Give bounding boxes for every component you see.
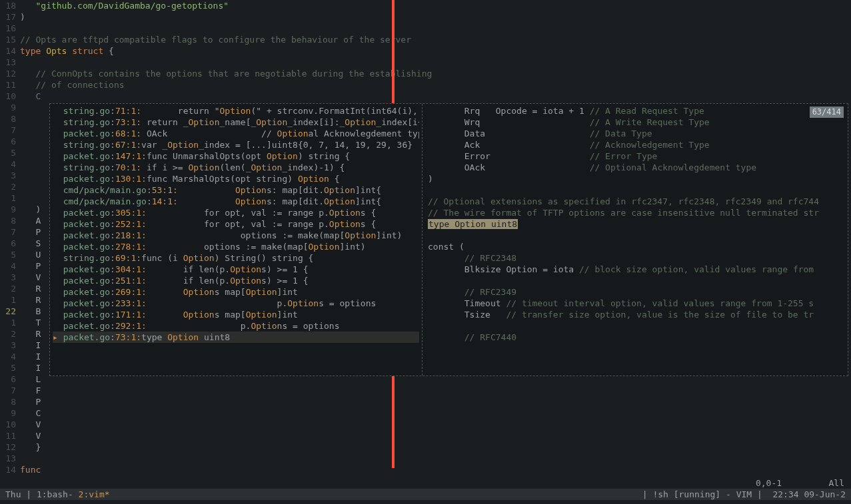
preview-line: const ( bbox=[428, 241, 842, 252]
line-number: 9 bbox=[0, 102, 20, 113]
rg-result-row[interactable]: packet.go:171:1: Options map[Option]int bbox=[53, 309, 419, 320]
code-line[interactable]: P bbox=[20, 396, 851, 407]
code-line[interactable] bbox=[20, 453, 851, 464]
line-number: 22 bbox=[0, 306, 20, 317]
status-right: 0,0-1 All bbox=[756, 477, 844, 489]
rg-result-row[interactable]: string.go:67:1:var _Option_index = [...]… bbox=[53, 139, 419, 150]
rg-result-row[interactable]: string.go:71:1: return "Option(" + strco… bbox=[53, 105, 419, 117]
preview-line bbox=[428, 275, 842, 286]
preview-line: // The wire format of TFTP options are c… bbox=[428, 207, 842, 218]
line-number: 5 bbox=[0, 249, 20, 260]
code-line[interactable]: C bbox=[20, 407, 851, 419]
line-number: 16 bbox=[0, 23, 20, 34]
line-number: 15 bbox=[0, 34, 20, 45]
rg-result-row[interactable]: packet.go:147:1:func UnmarshalOpts(opt O… bbox=[53, 150, 419, 162]
line-number: 13 bbox=[0, 57, 20, 68]
rg-result-row[interactable]: packet.go:305:1: for opt, val := range p… bbox=[53, 207, 419, 218]
color-column-ruler bbox=[392, 376, 395, 468]
line-number: 7 bbox=[0, 125, 20, 136]
rg-result-row[interactable]: packet.go:218:1: options := make(map[Opt… bbox=[53, 230, 419, 241]
vim-status-line: 0,0-1 All bbox=[0, 477, 851, 489]
code-line[interactable]: type Opts struct { bbox=[20, 45, 851, 57]
tmux-status-bar[interactable]: Thu | 1:bash- 2:vim* | !sh [running] - V… bbox=[0, 489, 851, 500]
line-number: 12 bbox=[0, 441, 20, 453]
line-number: 4 bbox=[0, 158, 20, 170]
preview-line: ) bbox=[428, 173, 842, 184]
color-column-ruler bbox=[392, 0, 395, 104]
line-number: 7 bbox=[0, 385, 20, 396]
code-line[interactable]: V bbox=[20, 419, 851, 430]
rg-results-pane[interactable]: string.go:71:1: return "Option(" + strco… bbox=[50, 104, 422, 376]
preview-line: // Optional extensions as specified in r… bbox=[428, 196, 842, 207]
preview-line: Data // Data Type bbox=[428, 128, 842, 139]
rg-result-row[interactable]: string.go:70:1: if i >= Option(len(_Opti… bbox=[53, 162, 419, 173]
fzf-rg-popup[interactable]: string.go:71:1: return "Option(" + strco… bbox=[49, 103, 848, 376]
rg-result-row[interactable]: string.go:69:1:func (i Option) String() … bbox=[53, 252, 419, 264]
line-number: 18 bbox=[0, 0, 20, 11]
preview-line-counter: 63/414 bbox=[810, 107, 844, 118]
preview-line: Error // Error Type bbox=[428, 150, 842, 162]
line-number: 4 bbox=[0, 351, 20, 362]
preview-line: // RFC2348 bbox=[428, 252, 842, 264]
line-number: 1 bbox=[0, 294, 20, 306]
rg-result-row[interactable]: packet.go:130:1:func MarshalOpts(opt str… bbox=[53, 173, 419, 184]
preview-line: // RFC7440 bbox=[428, 332, 842, 343]
rg-preview-pane[interactable]: 63/414 Rrq Opcode = iota + 1 // A Read R… bbox=[422, 104, 848, 376]
rg-prompt[interactable]: Rg> Option bbox=[53, 354, 419, 366]
code-line[interactable]: // ConnOpts contains the options that ar… bbox=[20, 68, 851, 79]
code-line[interactable]: } bbox=[20, 441, 851, 453]
rg-result-row[interactable]: string.go:73:1: return _Option_name[_Opt… bbox=[53, 117, 419, 128]
rg-result-row[interactable]: ▸ packet.go:73:1:type Option uint8 bbox=[53, 332, 419, 343]
preview-line: type Option uint8 bbox=[428, 218, 842, 230]
code-line[interactable] bbox=[20, 57, 851, 68]
preview-line: Rrq Opcode = iota + 1 // A Read Request … bbox=[428, 105, 842, 117]
rg-result-row[interactable]: cmd/pack/main.go:14:1: Options: map[dit.… bbox=[53, 196, 419, 207]
rg-result-row[interactable]: packet.go:251:1: if len(p.Options) >= 1 … bbox=[53, 275, 419, 286]
preview-line bbox=[428, 184, 842, 196]
line-number: 3 bbox=[0, 340, 20, 351]
rg-result-row[interactable]: packet.go:269:1: Options map[Option]int bbox=[53, 286, 419, 298]
line-number: 14 bbox=[0, 464, 20, 475]
code-line[interactable]: F bbox=[20, 385, 851, 396]
code-line[interactable]: // Opts are tftpd compatible flags to co… bbox=[20, 34, 851, 45]
line-number: 17 bbox=[0, 11, 20, 23]
line-number: 9 bbox=[0, 204, 20, 215]
code-line[interactable]: // of connections bbox=[20, 79, 851, 91]
line-number: 7 bbox=[0, 226, 20, 238]
line-number: 1 bbox=[0, 192, 20, 204]
line-number: 8 bbox=[0, 396, 20, 407]
line-number: 8 bbox=[0, 215, 20, 226]
rg-result-row[interactable]: packet.go:252:1: for opt, val := range p… bbox=[53, 218, 419, 230]
code-line[interactable] bbox=[20, 23, 851, 34]
line-number: 5 bbox=[0, 362, 20, 374]
tmux-status-right: | !sh [running] - VIM | 22:34 09-Jun-2 bbox=[642, 489, 846, 500]
rg-result-row[interactable]: packet.go:68:1: OAck // Optional Acknowl… bbox=[53, 128, 419, 139]
code-line[interactable]: V bbox=[20, 430, 851, 441]
line-number: 4 bbox=[0, 260, 20, 272]
line-number: 2 bbox=[0, 181, 20, 192]
line-number: 1 bbox=[0, 317, 20, 328]
tmux-windows[interactable]: Thu | 1:bash- 2:vim* bbox=[5, 489, 110, 500]
code-line[interactable]: "github.com/DavidGamba/go-getoptions" bbox=[20, 0, 851, 11]
rg-result-row[interactable]: cmd/pack/main.go:53:1: Options: map[dit.… bbox=[53, 184, 419, 196]
preview-line: OAck // Optional Acknowlegdement type bbox=[428, 162, 842, 173]
preview-line bbox=[428, 320, 842, 332]
line-number: 6 bbox=[0, 136, 20, 147]
line-number: 3 bbox=[0, 272, 20, 283]
code-line[interactable]: ) bbox=[20, 11, 851, 23]
rg-result-row[interactable]: packet.go:233:1: p.Options = options bbox=[53, 298, 419, 309]
line-number: 3 bbox=[0, 170, 20, 181]
code-line[interactable]: C bbox=[20, 91, 851, 102]
preview-line: Wrq // A Write Request Type bbox=[428, 117, 842, 128]
line-number: 2 bbox=[0, 328, 20, 340]
rg-result-row[interactable]: packet.go:304:1: if len(p.Options) >= 1 … bbox=[53, 264, 419, 275]
line-number: 11 bbox=[0, 79, 20, 91]
rg-result-row[interactable]: packet.go:278:1: options := make(map[Opt… bbox=[53, 241, 419, 252]
rg-result-row[interactable]: packet.go:292:1: p.Options = options bbox=[53, 320, 419, 332]
rg-match-count: 46/1443 (0) bbox=[53, 343, 419, 354]
editor-viewport[interactable]: 18 "github.com/DavidGamba/go-getoptions"… bbox=[0, 0, 851, 477]
line-number: 11 bbox=[0, 430, 20, 441]
code-line[interactable]: func bbox=[20, 464, 851, 475]
preview-line: Timeout // timeout interval option, vali… bbox=[428, 298, 842, 309]
line-number: 9 bbox=[0, 407, 20, 419]
